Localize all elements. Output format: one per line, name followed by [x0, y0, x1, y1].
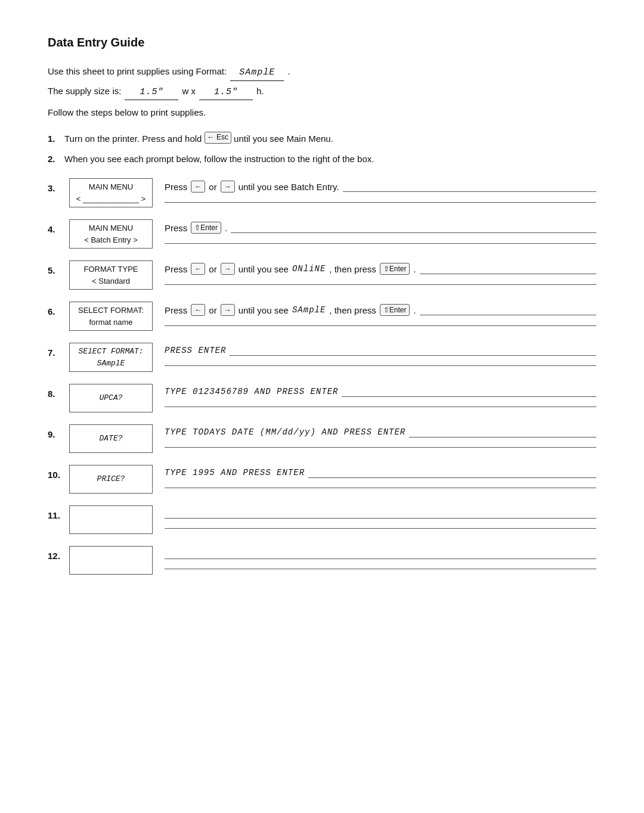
shift-enter-key: ⇧Enter: [191, 222, 221, 234]
row-box-12: [69, 546, 153, 575]
row-inst-5: Press ←or →until you see ONliNE, then pr…: [165, 260, 596, 285]
inst-text-part: .: [225, 223, 227, 233]
row-inst-3: Press ←or →until you see Batch Entry.: [165, 178, 596, 203]
row-box-3: MAIN MENU< _____________ >: [69, 178, 153, 207]
inst-second-underline: [165, 406, 596, 407]
row-inst-11: [165, 505, 596, 529]
inst-underline: [231, 222, 596, 233]
table-row-5: 5.FORMAT TYPE< StandardPress ←or →until …: [48, 260, 596, 290]
steps-table: 3.MAIN MENU< _____________ >Press ←or →u…: [48, 178, 596, 575]
inst-text-part: , then press: [329, 264, 376, 274]
row-box-4: MAIN MENU< Batch Entry >: [69, 219, 153, 249]
inst-underline-empty: [165, 508, 596, 519]
supply-width: 1.5": [125, 85, 178, 101]
row-inst-6: Press ←or →until you see SAmplE, then pr…: [165, 302, 596, 326]
inst-second-underline: [165, 488, 596, 488]
left-arrow-key: ←: [191, 304, 205, 316]
inst-underline: [420, 305, 596, 315]
table-row-6: 6.SELECT FORMAT:format namePress ←or →un…: [48, 302, 596, 331]
row-inst-12: [165, 546, 596, 569]
inst-mono-text: TYPE 1995 AND PRESS ENTER: [165, 468, 305, 477]
row-num-3: 3.: [48, 178, 69, 193]
esc-key: ← Esc: [205, 132, 231, 144]
inst-text-part: .: [413, 264, 416, 274]
inst-underline: [230, 345, 596, 356]
right-arrow-key: →: [221, 181, 235, 193]
row-inst-line-5: Press ←or →until you see ONliNE, then pr…: [165, 263, 596, 276]
row-inst-line-7: PRESS ENTER: [165, 345, 596, 357]
inst-text-part: , then press: [329, 305, 376, 315]
inst-underline: [409, 427, 596, 437]
inst-underline: [343, 181, 596, 192]
right-arrow-key: →: [221, 263, 235, 275]
inst-text-part: Press: [165, 223, 187, 233]
step2-num: 2.: [48, 152, 62, 166]
inst-text-part: .: [413, 305, 416, 315]
row-inst-8: TYPE 0123456789 AND PRESS ENTER: [165, 384, 596, 407]
row-inst-line-10: TYPE 1995 AND PRESS ENTER: [165, 467, 596, 479]
table-row-8: 8.UPCA?TYPE 0123456789 AND PRESS ENTER: [48, 384, 596, 412]
inst-second-underline: [165, 243, 596, 244]
left-arrow-key: ←: [191, 263, 205, 275]
row-num-10: 10.: [48, 465, 69, 480]
inst-mono-text: TYPE TODAYS DATE (MM/dd/yy) AND PRESS EN…: [165, 427, 405, 437]
intro-line2: The supply size is: 1.5" w x 1.5" h.: [48, 83, 596, 101]
inst-text-part: until you see: [239, 305, 289, 315]
follow-text: Follow the steps below to print supplies…: [48, 107, 596, 117]
inst-underline: [308, 467, 596, 478]
table-row-3: 3.MAIN MENU< _____________ >Press ←or →u…: [48, 178, 596, 207]
step2-text: When you see each prompt below, follow t…: [64, 152, 374, 166]
table-row-4: 4.MAIN MENU< Batch Entry >Press ⇧Enter.: [48, 219, 596, 249]
step-2: 2. When you see each prompt below, follo…: [48, 152, 596, 166]
page-title: Data Entry Guide: [48, 36, 596, 49]
inst-second-underline: [165, 528, 596, 529]
handwritten-value: SAmplE: [292, 305, 326, 315]
row-inst-9: TYPE TODAYS DATE (MM/dd/yy) AND PRESS EN…: [165, 424, 596, 448]
inst-text-part: until you see Batch Entry.: [239, 182, 339, 192]
row-num-6: 6.: [48, 302, 69, 316]
row-num-12: 12.: [48, 546, 69, 561]
step1-num: 1.: [48, 132, 62, 146]
row-box-9: DATE?: [69, 424, 153, 453]
intro-line2-prefix: The supply size is:: [48, 83, 121, 99]
row-box-11: [69, 505, 153, 534]
row-inst-line-11: [165, 508, 596, 520]
inst-text-part: Press: [165, 305, 187, 315]
row-inst-line-8: TYPE 0123456789 AND PRESS ENTER: [165, 386, 596, 398]
intro-line1-period: .: [287, 64, 290, 79]
inst-text-part: until you see: [239, 264, 289, 274]
inst-second-underline: [165, 447, 596, 448]
table-row-12: 12.: [48, 546, 596, 575]
row-inst-4: Press ⇧Enter.: [165, 219, 596, 244]
inst-text-part: or: [209, 305, 216, 315]
inst-second-underline: [165, 325, 596, 326]
inst-second-underline: [165, 284, 596, 285]
row-num-9: 9.: [48, 424, 69, 439]
step1-text-after: until you see Main Menu.: [234, 132, 333, 146]
inst-text-part: or: [209, 182, 216, 192]
format-value: SAmplE: [230, 65, 284, 81]
step-1: 1. Turn on the printer. Press and hold ←…: [48, 132, 596, 146]
inst-text-part: or: [209, 264, 216, 274]
row-num-8: 8.: [48, 384, 69, 399]
inst-underline-empty: [165, 548, 596, 559]
row-num-7: 7.: [48, 343, 69, 358]
row-inst-line-4: Press ⇧Enter.: [165, 222, 596, 235]
intro-line1: Use this sheet to print supplies using F…: [48, 64, 596, 81]
intro-line1-prefix: Use this sheet to print supplies using F…: [48, 64, 227, 79]
row-box-6: SELECT FORMAT:format name: [69, 302, 153, 331]
step1-text-before: Turn on the printer. Press and hold: [64, 132, 202, 146]
row-inst-line-9: TYPE TODAYS DATE (MM/dd/yy) AND PRESS EN…: [165, 427, 596, 439]
inst-mono-text: TYPE 0123456789 AND PRESS ENTER: [165, 387, 338, 396]
supply-wx-label: w x: [182, 83, 196, 99]
supply-h-label: h.: [256, 83, 264, 99]
shift-enter-key: ⇧Enter: [380, 304, 410, 316]
row-box-10: PRICE?: [69, 465, 153, 494]
table-row-9: 9.DATE?TYPE TODAYS DATE (MM/dd/yy) AND P…: [48, 424, 596, 453]
row-inst-line-12: [165, 548, 596, 560]
supply-height: 1.5": [199, 85, 253, 101]
row-inst-line-6: Press ←or →until you see SAmplE, then pr…: [165, 304, 596, 317]
row-inst-7: PRESS ENTER: [165, 343, 596, 366]
left-arrow-key: ←: [191, 181, 205, 193]
table-row-10: 10.PRICE?TYPE 1995 AND PRESS ENTER: [48, 465, 596, 494]
